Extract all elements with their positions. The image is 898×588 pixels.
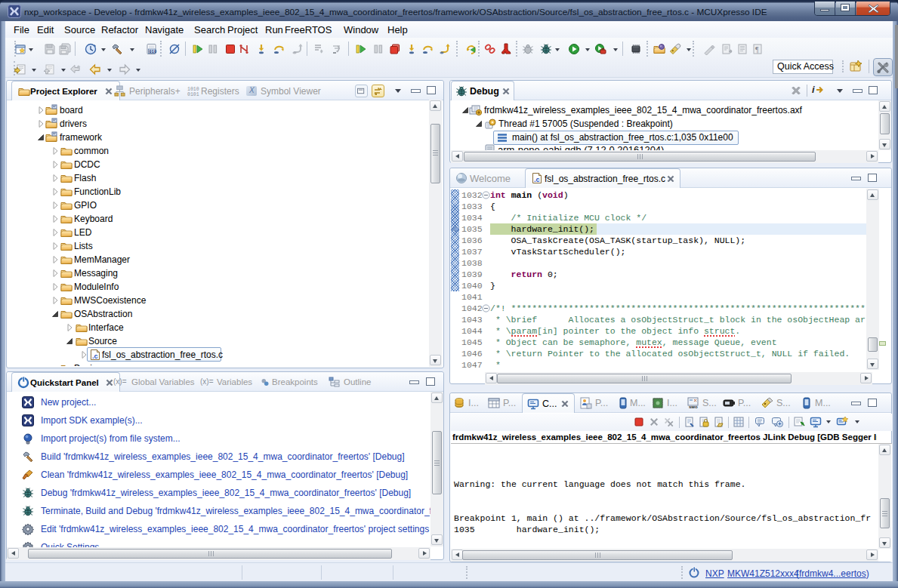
svg-text:swo: swo bbox=[689, 405, 698, 409]
svg-text:010: 010 bbox=[149, 49, 157, 54]
svg-text:0101: 0101 bbox=[187, 92, 199, 97]
svg-text:¶: ¶ bbox=[755, 45, 759, 54]
